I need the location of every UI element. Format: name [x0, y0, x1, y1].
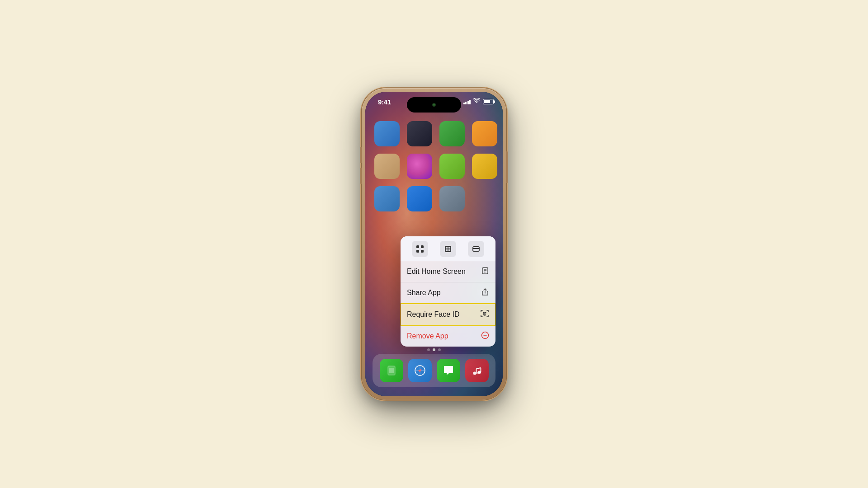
menu-item-edit-home-screen-icon [481, 267, 489, 277]
dock-app-messages[interactable] [437, 359, 460, 382]
svg-rect-4 [416, 250, 419, 253]
menu-item-remove-app-label: Remove App [407, 332, 448, 340]
page-background: 9:41 [0, 0, 868, 488]
status-time: 9:41 [378, 98, 391, 106]
menu-item-require-face-id[interactable]: Require Face ID [401, 304, 495, 326]
dynamic-island [407, 97, 461, 113]
page-dot-3 [438, 348, 441, 351]
menu-item-remove-app[interactable]: Remove App [401, 326, 495, 347]
menu-item-share-app[interactable]: Share App [401, 282, 495, 304]
app-icon-7[interactable] [439, 154, 465, 179]
quick-icon-grid[interactable] [412, 241, 428, 257]
svg-line-29 [476, 368, 481, 369]
home-screen-apps [374, 121, 494, 211]
app-icon-4[interactable] [472, 121, 497, 146]
status-icons [463, 98, 494, 105]
power-button[interactable] [506, 151, 508, 183]
app-icon-6[interactable] [407, 154, 432, 179]
menu-item-remove-app-icon [481, 331, 489, 341]
app-icon-5[interactable] [374, 154, 400, 179]
context-menu: Edit Home Screen Share App [401, 236, 495, 347]
app-icon-2[interactable] [407, 121, 432, 146]
app-icon-9[interactable] [374, 186, 400, 211]
front-camera-dot [432, 103, 436, 107]
menu-item-share-app-label: Share App [407, 289, 441, 297]
svg-rect-9 [473, 247, 479, 251]
app-icon-8[interactable] [472, 154, 497, 179]
dock-app-music[interactable] [465, 359, 489, 382]
menu-item-require-face-id-icon [480, 309, 489, 320]
menu-item-require-face-id-label: Require Face ID [407, 310, 460, 319]
menu-item-edit-home-screen-label: Edit Home Screen [407, 267, 466, 276]
page-dot-2 [433, 348, 435, 351]
volume-down-button[interactable] [360, 168, 362, 184]
svg-rect-2 [416, 245, 419, 248]
dock-app-phone[interactable] [380, 359, 403, 382]
page-dots [427, 348, 441, 351]
phone-screen: 9:41 [365, 92, 503, 396]
volume-up-button[interactable] [360, 147, 362, 163]
app-icon-11[interactable] [439, 186, 465, 211]
page-dot-1 [427, 348, 430, 351]
context-menu-quick-icons [401, 236, 495, 261]
phone-frame: 9:41 [362, 88, 506, 400]
app-icon-10[interactable] [407, 186, 432, 211]
svg-rect-5 [421, 250, 424, 253]
svg-rect-3 [421, 245, 424, 248]
app-icon-1[interactable] [374, 121, 400, 146]
signal-icon [463, 99, 471, 104]
phone-device: 9:41 [362, 88, 506, 400]
svg-point-24 [473, 372, 476, 375]
app-icon-focus-placeholder [472, 186, 497, 211]
quick-icon-crop[interactable] [440, 241, 456, 257]
menu-item-edit-home-screen[interactable]: Edit Home Screen [401, 261, 495, 282]
quick-icon-rectangle[interactable] [468, 241, 484, 257]
battery-icon [483, 99, 494, 104]
dock-app-safari[interactable] [408, 359, 432, 382]
wifi-icon [473, 98, 480, 105]
dock [373, 354, 495, 387]
app-icon-3[interactable] [439, 121, 465, 146]
menu-item-share-app-icon [481, 288, 489, 298]
